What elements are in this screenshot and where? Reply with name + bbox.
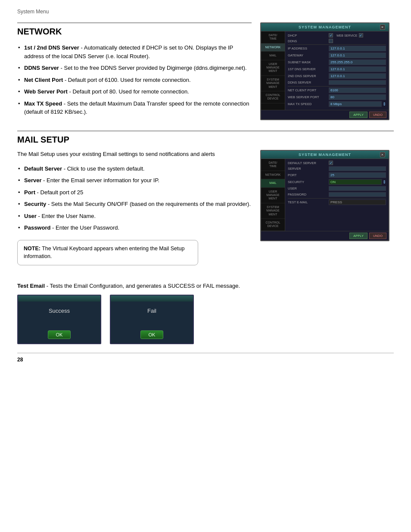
bullet-label: Server	[24, 177, 41, 184]
fail-ok-button[interactable]: OK	[140, 330, 164, 339]
panel-value-max-tx[interactable]: 8 Mbps	[329, 101, 382, 107]
bullet-text: - Sets the Mail Security ON/OFF (based o…	[46, 201, 251, 207]
panel-row-max-tx: MAX TX SPEED 8 Mbps ⇕	[288, 101, 386, 107]
panel-row-ddns: DDNS	[288, 39, 386, 43]
mail-section-title: MAIL SETUP	[17, 131, 394, 145]
mail-sidebar-user-mgmt[interactable]: USERMANAGEMENT	[261, 188, 285, 203]
dhcp-checkbox[interactable]: ✓	[329, 33, 333, 37]
panel-label-dns1: 1ST DNS SERVER	[288, 67, 329, 71]
panel-value-port[interactable]: 25	[329, 172, 386, 178]
network-panel-close[interactable]: ✕	[380, 25, 385, 30]
panel-label-ddns: DDNS	[288, 39, 329, 43]
panel-label-web-service: WEB SERVICE	[336, 34, 358, 37]
web-service-checkbox[interactable]: ✓	[359, 33, 363, 37]
panel-value-security[interactable]: ON	[329, 179, 382, 185]
fail-dialog: Fail OK	[110, 295, 194, 344]
panel-label-max-tx: MAX TX SPEED	[288, 102, 329, 106]
network-panel-footer: APPLY UNDO	[261, 110, 389, 119]
panel-value-ip[interactable]: 127.0.0.1	[329, 46, 386, 51]
panel-value-user[interactable]	[329, 186, 386, 191]
bullet-text: - Default port of 80. Used for remote co…	[68, 88, 189, 95]
panel-label-ip: IP ADDRESS	[288, 47, 329, 50]
mail-panel-close[interactable]: ✕	[380, 152, 385, 157]
list-item: Max TX Speed - Sets the default Maximum …	[17, 98, 252, 118]
panel-value-dns1[interactable]: 127.0.0.1	[329, 66, 386, 72]
bullet-label: 1st / 2nd DNS Server	[24, 44, 79, 51]
bullet-label: Max TX Speed	[24, 100, 62, 107]
panel-row-test-email: TEST E-MAIL PRESS	[288, 199, 386, 205]
mail-undo-btn[interactable]: UNDO	[369, 233, 386, 239]
panel-row-dns1: 1ST DNS SERVER 127.0.0.1	[288, 66, 386, 72]
mail-panel-col: SYSTEM MANAGEMENT ✕ DATE/TIME NETWORK MA…	[260, 150, 394, 271]
bullet-text: - Enter the User Name.	[37, 213, 96, 219]
panel-value-web-server[interactable]: 80	[329, 94, 386, 100]
sidebar-item-system-mgmt[interactable]: SYSTEMMANAGEMENT	[261, 76, 285, 91]
sidebar-item-network[interactable]: NETWORK	[261, 44, 285, 52]
network-apply-btn[interactable]: APPLY	[349, 112, 367, 118]
panel-label-default-server: DEFAULT SERVER	[288, 161, 329, 165]
sidebar-item-mail[interactable]: MAIL	[261, 52, 285, 60]
panel-value-gateway[interactable]: 127.0.0.1	[329, 53, 386, 58]
bullet-label: Web Server Port	[24, 88, 68, 95]
bullet-label: User	[24, 213, 37, 219]
mail-panel-content: DEFAULT SERVER ✓ SERVER PORT 25 SECURITY…	[285, 159, 389, 231]
network-undo-btn[interactable]: UNDO	[369, 112, 386, 118]
panel-value-server[interactable]	[329, 166, 386, 171]
mail-sidebar-mail[interactable]: MAIL	[261, 179, 285, 187]
bullet-label: Net Client Port	[24, 77, 63, 83]
panel-row-web-server: WEB SERVER PORT 80	[288, 94, 386, 100]
panel-value-ddns-server[interactable]	[329, 80, 386, 85]
panel-label-net-client: NET CLIENT PORT	[288, 88, 329, 92]
mail-panel-footer: APPLY UNDO	[261, 231, 389, 240]
sidebar-item-user-mgmt[interactable]: USERMANAGEMENT	[261, 60, 285, 76]
mail-sidebar-control-device[interactable]: CONTROLDEVICE	[261, 219, 285, 231]
success-dialog: Success OK	[17, 295, 101, 344]
bullet-label: Default Server	[24, 165, 62, 172]
panel-row-security: SECURITY ON ⇕	[288, 179, 386, 185]
panel-label-password: PASSWORD	[288, 193, 329, 196]
panel-label-dhcp: DHCP	[288, 34, 329, 37]
panel-row-port: PORT 25	[288, 172, 386, 178]
bullet-text: - Set to the free DDNS Server provided b…	[59, 65, 247, 71]
mail-panel-title: SYSTEM MANAGEMENT	[270, 152, 380, 157]
page-footer: 28	[17, 353, 394, 363]
dialogs-row: Success OK Fail OK	[17, 295, 394, 344]
panel-value-net-client[interactable]: 6100	[329, 87, 386, 93]
network-panel-content: DHCP ✓ WEB SERVICE ✓ DDNS IP ADDRESS 1	[285, 31, 389, 110]
panel-value-subnet[interactable]: 255.255.255.0	[329, 59, 386, 65]
list-item: Port - Default port of 25	[17, 187, 252, 199]
mail-panel-sidebar: DATE/TIME NETWORK MAIL USERMANAGEMENT SY…	[261, 159, 285, 231]
panel-row-subnet: SUBNET MASK 255.255.255.0	[288, 59, 386, 65]
panel-label-dns2: 2ND DNS SERVER	[288, 74, 329, 78]
list-item: Web Server Port - Default port of 80. Us…	[17, 86, 252, 98]
panel-value-dns2[interactable]: 127.0.0.1	[329, 73, 386, 79]
sidebar-item-control-device[interactable]: CONTROLDEVICE	[261, 91, 285, 103]
panel-label-test-email: TEST E-MAIL	[288, 200, 329, 204]
mail-panel-titlebar: SYSTEM MANAGEMENT ✕	[261, 151, 389, 159]
note-text: The Virtual Keyboard appears when enteri…	[24, 246, 184, 260]
panel-label-subnet: SUBNET MASK	[288, 60, 329, 64]
panel-row-user: USER	[288, 186, 386, 191]
success-ok-button[interactable]: OK	[48, 330, 71, 339]
mail-panel-body: DATE/TIME NETWORK MAIL USERMANAGEMENT SY…	[261, 159, 389, 231]
note-prefix: NOTE:	[24, 246, 40, 252]
network-text-col: NETWORK 1st / 2nd DNS Server - Automatic…	[17, 22, 252, 120]
ddns-checkbox[interactable]	[329, 39, 333, 43]
default-server-checkbox[interactable]: ✓	[329, 161, 333, 165]
bullet-label: Port	[24, 189, 35, 196]
mail-panel: SYSTEM MANAGEMENT ✕ DATE/TIME NETWORK MA…	[260, 150, 389, 241]
sidebar-item-datetime[interactable]: DATE/TIME	[261, 31, 285, 44]
bullet-label: Password	[24, 224, 50, 231]
panel-value-test-email[interactable]: PRESS	[329, 199, 386, 205]
mail-sidebar-datetime[interactable]: DATE/TIME	[261, 159, 285, 171]
mail-apply-btn[interactable]: APPLY	[349, 233, 367, 239]
note-box: NOTE: The Virtual Keyboard appears when …	[17, 240, 198, 266]
bullet-text: - Enter the User Password.	[50, 224, 119, 231]
test-email-label: Test Email	[17, 283, 45, 289]
panel-label-port: PORT	[288, 173, 329, 177]
mail-sidebar-system-mgmt[interactable]: SYSTEMMANAGEMENT	[261, 203, 285, 219]
mail-sidebar-network[interactable]: NETWORK	[261, 171, 285, 179]
panel-value-password[interactable]	[329, 192, 386, 197]
max-tx-arrow: ⇕	[383, 102, 386, 106]
test-email-text: - Tests the Email Configuration, and gen…	[45, 283, 240, 289]
